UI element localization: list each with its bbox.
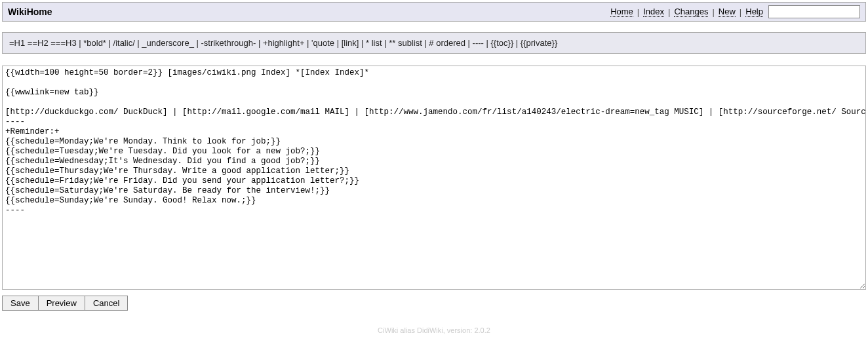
editor-wrap — [2, 66, 866, 292]
header-links: Home | Index | Changes | New | Help — [610, 5, 860, 18]
nav-changes[interactable]: Changes — [674, 7, 708, 17]
preview-button[interactable]: Preview — [38, 296, 85, 311]
wiki-editor-textarea[interactable] — [2, 66, 866, 290]
save-button[interactable]: Save — [2, 296, 39, 311]
cancel-button[interactable]: Cancel — [85, 296, 128, 311]
separator: | — [637, 7, 639, 17]
nav-index[interactable]: Index — [643, 7, 664, 17]
nav-home[interactable]: Home — [610, 7, 633, 17]
nav-help[interactable]: Help — [745, 7, 763, 17]
button-row: Save Preview Cancel — [2, 296, 866, 311]
separator: | — [668, 7, 670, 17]
header-bar: WikiHome Home | Index | Changes | New | … — [2, 2, 866, 22]
syntax-hint-bar: =H1 ==H2 ===H3 | *bold* | /italic/ | _un… — [2, 32, 866, 54]
footer-text: CiWiki alias DidiWiki, version: 2.0.2 — [0, 322, 868, 338]
separator: | — [712, 7, 714, 17]
search-input[interactable] — [768, 5, 860, 18]
separator: | — [740, 7, 741, 17]
page-title: WikiHome — [8, 7, 52, 17]
nav-new[interactable]: New — [719, 7, 736, 17]
